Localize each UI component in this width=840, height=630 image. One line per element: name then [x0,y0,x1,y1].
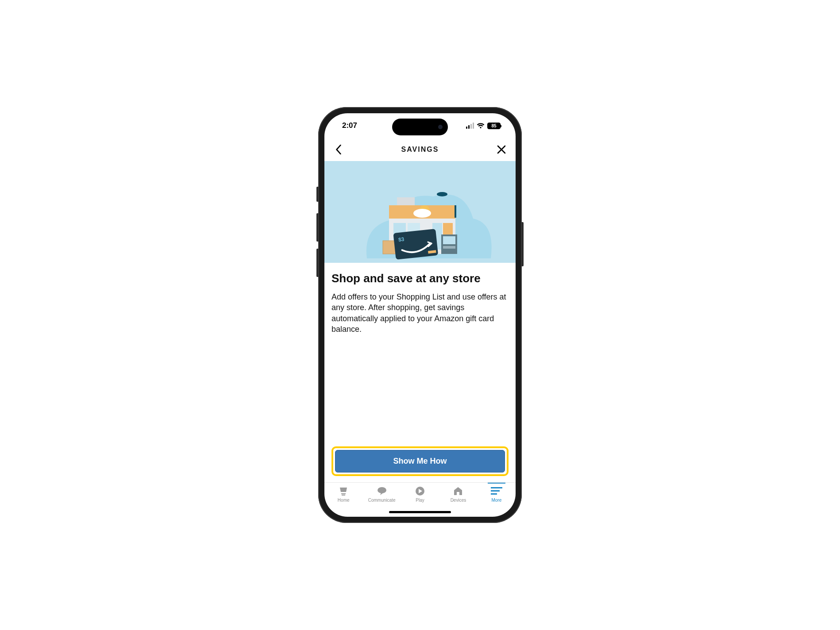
tab-label: Communicate [368,498,396,503]
phone-volume-up [316,213,318,242]
devices-icon [452,486,464,496]
content-area: Shop and save at any store Add offers to… [324,263,516,482]
phone-volume-down [316,249,318,277]
svg-rect-23 [491,493,497,495]
svg-rect-14 [443,246,455,249]
tab-devices[interactable]: Devices [439,486,477,503]
cta-area: Show Me How [331,446,509,482]
card-price: $3 [398,236,405,243]
hero-illustration: $3 [324,161,516,263]
content-title: Shop and save at any store [331,272,509,285]
battery-indicator: 85 [487,123,501,129]
phone-frame: 2:07 85 [318,107,522,523]
svg-rect-21 [491,487,502,488]
tab-play[interactable]: Play [401,486,439,503]
page-title-nav: SAVINGS [401,146,439,154]
phone-mute-switch [316,187,318,202]
tab-label: More [491,498,501,503]
svg-rect-22 [491,490,500,492]
svg-rect-17 [341,493,346,494]
svg-point-3 [437,192,447,196]
menu-icon [490,486,503,496]
tab-label: Home [338,498,350,503]
phone-screen: 2:07 85 [324,113,516,517]
battery-level: 85 [491,123,496,128]
svg-point-6 [413,209,431,218]
dynamic-island [392,119,448,135]
tab-more[interactable]: More [478,486,516,503]
close-button[interactable] [495,143,508,156]
tab-home[interactable]: Home [324,486,362,503]
status-right: 85 [466,123,501,129]
play-icon [414,486,426,496]
chevron-left-icon [335,145,343,154]
svg-rect-13 [443,236,455,244]
svg-rect-4 [455,205,456,218]
cta-highlight: Show Me How [331,446,509,476]
svg-rect-2 [397,197,415,205]
chat-bubble-icon [376,486,388,496]
back-button[interactable] [332,143,345,156]
tab-communicate[interactable]: Communicate [362,486,401,503]
home-indicator[interactable] [389,511,451,513]
show-me-how-button[interactable]: Show Me How [335,450,505,472]
content-body: Add offers to your Shopping List and use… [331,292,509,334]
home-icon [337,486,350,496]
cellular-signal-icon [466,123,474,129]
wifi-icon [477,123,485,129]
phone-power-button [522,222,524,266]
tab-active-indicator [488,483,505,484]
nav-bar: SAVINGS [324,138,516,161]
svg-rect-18 [342,495,345,496]
status-time: 2:07 [342,121,357,130]
close-icon [497,145,506,154]
svg-point-19 [378,487,386,493]
tab-label: Devices [451,498,466,503]
tab-label: Play [416,498,424,503]
